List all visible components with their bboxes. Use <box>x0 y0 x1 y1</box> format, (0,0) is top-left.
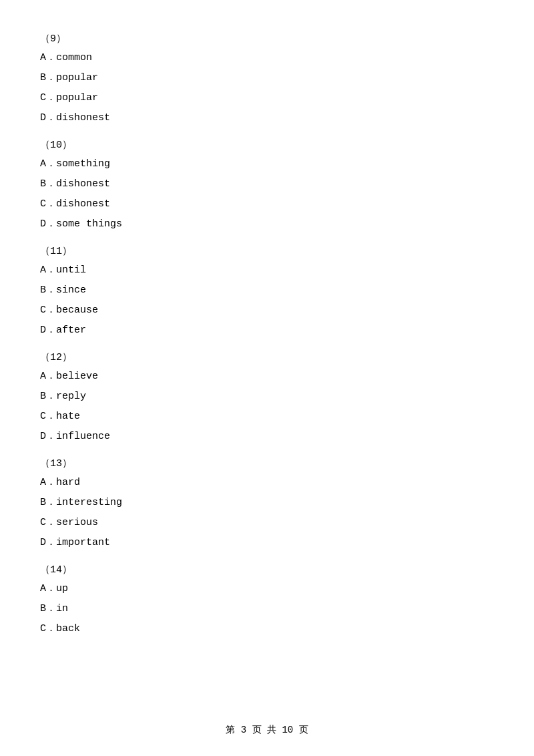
option-q11d: D．after <box>40 323 494 339</box>
option-q12d: D．influence <box>40 429 494 445</box>
option-q11b: B．since <box>40 282 494 299</box>
option-q14c: C．back <box>40 621 494 637</box>
option-q12a: A．believe <box>40 369 494 385</box>
question-number-q13: （13） <box>40 457 494 469</box>
question-number-q9: （9） <box>40 32 494 45</box>
footer-text: 第 3 页 共 10 页 <box>226 725 308 735</box>
question-number-q11: （11） <box>40 244 494 257</box>
option-q9d: D．dishonest <box>40 110 494 126</box>
option-q13a: A．hard <box>40 475 494 491</box>
page-content: （9）A．commonB．popularC．popularD．dishonest… <box>0 0 534 681</box>
option-q11c: C．because <box>40 303 494 319</box>
option-q12c: C．hate <box>40 409 494 425</box>
option-q9c: C．popular <box>40 90 494 106</box>
option-q11a: A．until <box>40 262 494 278</box>
option-q13c: C．serious <box>40 515 494 531</box>
option-q10d: D．some things <box>40 216 494 232</box>
question-number-q10: （10） <box>40 138 494 151</box>
question-number-q12: （12） <box>40 351 494 363</box>
option-q13b: B．interesting <box>40 495 494 511</box>
page-footer: 第 3 页 共 10 页 <box>0 724 534 736</box>
option-q10c: C．dishonest <box>40 196 494 212</box>
option-q10a: A．something <box>40 156 494 172</box>
option-q9a: A．common <box>40 50 494 66</box>
option-q10b: B．dishonest <box>40 176 494 192</box>
question-number-q14: （14） <box>40 563 494 576</box>
option-q12b: B．reply <box>40 389 494 405</box>
option-q14b: B．in <box>40 601 494 617</box>
option-q9b: B．popular <box>40 70 494 86</box>
option-q14a: A．up <box>40 581 494 597</box>
option-q13d: D．important <box>40 535 494 551</box>
